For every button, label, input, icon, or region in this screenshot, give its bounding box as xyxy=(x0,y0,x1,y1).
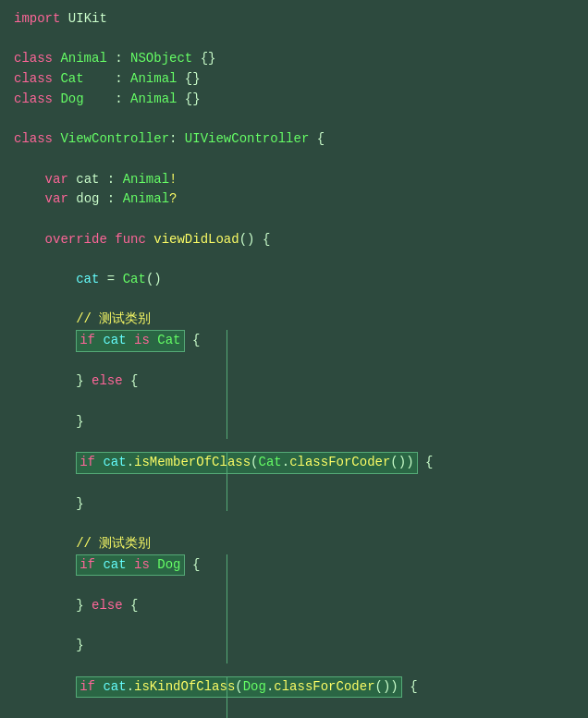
code-line-23: if cat.isMemberOfClass(Cat.classForCoder… xyxy=(14,452,579,474)
code-line-32: } xyxy=(14,636,579,656)
code-line-5: class Dog : Animal {} xyxy=(14,90,579,110)
code-line-comment1: // 测试类别 xyxy=(14,310,579,330)
code-line-14: cat = Cat() xyxy=(14,270,579,290)
bracket-line-2 xyxy=(227,452,227,511)
code-line-28: if cat is Dog { xyxy=(14,554,579,577)
bracket-line-1 xyxy=(227,330,227,439)
code-line-blank15 xyxy=(14,698,579,718)
code-line-blank10 xyxy=(14,474,579,494)
code-line-4: class Cat : Animal {} xyxy=(14,69,579,90)
code-line-blank xyxy=(14,30,579,50)
code-line-blank13 xyxy=(14,616,579,637)
code-line-3: class Animal : NSObject {} xyxy=(14,49,579,69)
code-line-30: } else { xyxy=(14,596,579,616)
code-line-9: var cat : Animal! xyxy=(14,170,579,190)
code-line-blank12 xyxy=(14,576,579,596)
code-line-blank4 xyxy=(14,210,579,230)
code-line-10: var dog : Animal? xyxy=(14,189,579,210)
bracket-line-3 xyxy=(227,554,227,663)
code-line-17: if cat is Cat { xyxy=(14,330,579,352)
code-line-12: override func viewDidLoad() { xyxy=(14,230,579,250)
code-line-blank9 xyxy=(14,432,579,452)
code-line-19: } else { xyxy=(14,371,579,392)
code-editor: import UIKit class Animal : NSObject {} … xyxy=(0,0,588,718)
code-line-blank8 xyxy=(14,392,579,412)
code-line-blank5 xyxy=(14,249,579,270)
code-line-25: } xyxy=(14,494,579,515)
code-line-blank3 xyxy=(14,150,579,170)
code-line-1: import UIKit xyxy=(14,9,579,30)
code-line-comment2: // 测试类别 xyxy=(14,534,579,554)
code-line-7: class ViewController: UIViewController { xyxy=(14,129,579,150)
code-line-blank2 xyxy=(14,109,579,129)
code-line-blank11 xyxy=(14,514,579,534)
code-line-blank14 xyxy=(14,656,579,676)
code-line-21: } xyxy=(14,412,579,432)
bracket-line-4 xyxy=(227,676,227,718)
code-line-blank7 xyxy=(14,352,579,372)
code-line-34: if cat.isKindOfClass(Dog.classForCoder()… xyxy=(14,676,579,699)
code-line-blank6 xyxy=(14,290,579,310)
keyword-import: import xyxy=(14,9,60,30)
